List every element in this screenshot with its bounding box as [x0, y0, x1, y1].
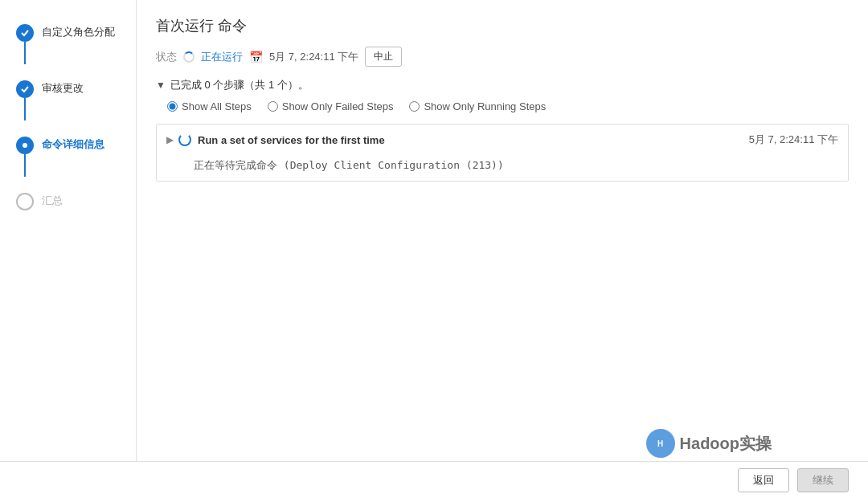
step-line-2	[24, 98, 26, 120]
steps-table: ▶ Run a set of services for the first ti…	[156, 124, 849, 182]
filter-running-radio[interactable]	[409, 101, 420, 112]
filter-all-label: Show All Steps	[182, 100, 252, 112]
filter-running[interactable]: Show Only Running Steps	[409, 100, 546, 112]
sidebar-step-label-1: 自定义角色分配	[42, 26, 115, 39]
table-row: ▶ Run a set of services for the first ti…	[157, 124, 848, 181]
sidebar-step-label-3: 命令详细信息	[42, 138, 104, 152]
status-row: 状态 正在运行 📅 5月 7, 2:24:11 下午 中止	[156, 47, 849, 67]
progress-row: ▼ 已完成 0 个步骤（共 1 个）。	[156, 78, 849, 92]
watermark-logo: H	[646, 429, 675, 458]
sidebar-item-role-assignment[interactable]: 自定义角色分配	[0, 16, 136, 72]
step-circle-3	[16, 137, 34, 154]
filter-failed-label: Show Only Failed Steps	[282, 100, 394, 112]
step-circle-4	[16, 193, 34, 210]
filter-row: Show All Steps Show Only Failed Steps Sh…	[167, 100, 849, 112]
step-circle-1	[16, 24, 34, 42]
watermark: H Hadoop实操	[646, 429, 772, 458]
spinner-icon	[183, 51, 194, 63]
step-expand-toggle[interactable]: ▶	[166, 134, 174, 145]
continue-button[interactable]: 继续	[797, 468, 849, 492]
svg-point-0	[23, 143, 27, 148]
watermark-text: Hadoop实操	[680, 433, 772, 455]
filter-failed-radio[interactable]	[268, 101, 278, 112]
step-row-header: ▶ Run a set of services for the first ti…	[157, 124, 848, 155]
step-line-1	[24, 42, 26, 64]
filter-all[interactable]: Show All Steps	[167, 100, 252, 112]
step-time: 5月 7, 2:24:11 下午	[749, 133, 838, 147]
sidebar-step-label-2: 审核更改	[42, 82, 84, 96]
chevron-down-icon[interactable]: ▼	[156, 80, 166, 91]
step-name: Run a set of services for the first time	[198, 134, 749, 146]
progress-text: 已完成 0 个步骤（共 1 个）。	[170, 78, 309, 92]
page-title: 首次运行 命令	[156, 16, 849, 35]
filter-all-radio[interactable]	[167, 101, 178, 112]
main-content: 首次运行 命令 状态 正在运行 📅 5月 7, 2:24:11 下午 中止 ▼ …	[137, 0, 868, 461]
back-button[interactable]: 返回	[738, 468, 789, 492]
status-label: 状态	[156, 50, 177, 64]
calendar-icon: 📅	[249, 51, 263, 63]
sidebar-item-summary[interactable]: 汇总	[0, 185, 136, 218]
status-value: 正在运行	[201, 50, 243, 64]
step-circle-2	[16, 80, 34, 98]
abort-button[interactable]: 中止	[365, 47, 402, 67]
footer: H Hadoop实操 返回 继续	[0, 461, 868, 498]
status-time: 5月 7, 2:24:11 下午	[269, 50, 358, 64]
sidebar-item-review[interactable]: 审核更改	[0, 72, 136, 129]
sidebar-item-command-detail[interactable]: 命令详细信息	[0, 129, 136, 185]
step-running-icon	[178, 133, 191, 146]
filter-failed[interactable]: Show Only Failed Steps	[268, 100, 394, 112]
step-line-3	[24, 154, 26, 177]
sidebar: 自定义角色分配 审核更改 命令详细信息	[0, 0, 137, 461]
step-detail: 正在等待完成命令 (Deploy Client Configuration (2…	[157, 155, 848, 181]
sidebar-step-label-4: 汇总	[42, 194, 63, 208]
filter-running-label: Show Only Running Steps	[424, 100, 546, 112]
